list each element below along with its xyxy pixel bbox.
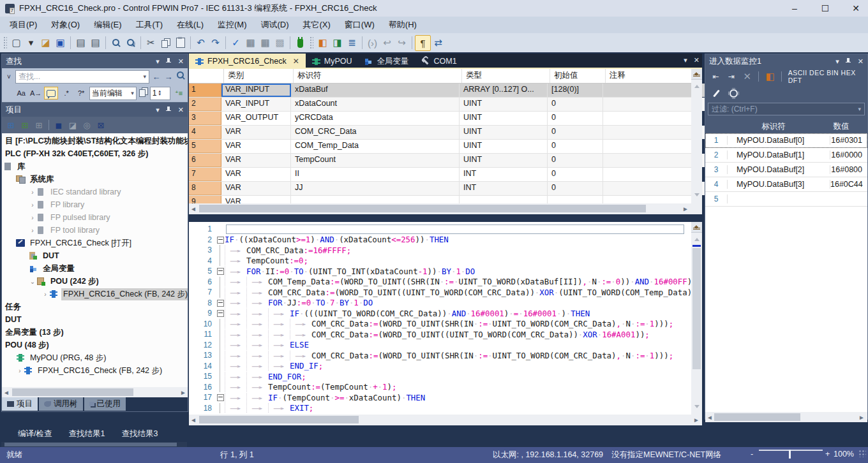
fold-collapse-icon[interactable] — [217, 300, 224, 307]
tree-item[interactable]: ›FP library — [2, 198, 188, 211]
column-header-2[interactable]: 类型 — [462, 69, 550, 83]
table-cell[interactable]: 0 — [548, 98, 603, 111]
document-tab-FPXH_CRC16_Check[interactable]: FPXH_CRC16_Check✕ — [189, 54, 306, 69]
message-tab-2[interactable]: 查找结果3 — [121, 429, 158, 439]
zoom-slider[interactable] — [759, 450, 823, 451]
editor-horizontal-scrollbar[interactable]: ◄► — [189, 415, 702, 425]
menu-item-6[interactable]: 调试(D) — [253, 17, 296, 33]
table-cell[interactable]: INT — [460, 168, 548, 181]
table-horizontal-scrollbar[interactable]: ◄► — [189, 203, 691, 214]
tree-item[interactable]: FPXH_CRC16_Check [打开] — [2, 237, 188, 249]
close-icon[interactable]: ✕ — [858, 57, 864, 66]
table-cell[interactable]: VAR — [221, 140, 291, 153]
tree-item[interactable]: MyPOU (PRG, 48 步) — [2, 351, 188, 364]
table-cell[interactable]: VAR — [221, 154, 291, 167]
minimize-button[interactable]: – — [788, 3, 802, 13]
fold-margin[interactable] — [216, 392, 225, 403]
panel-tab-调用树[interactable]: 调用树 — [39, 397, 83, 411]
toolbar-grip[interactable] — [3, 36, 7, 49]
paste-icon[interactable] — [173, 36, 188, 50]
table-cell[interactable]: ARRAY [0..127] O... — [460, 84, 548, 97]
tree-item[interactable]: ⌄POU (242 步) — [2, 275, 188, 288]
find-icon[interactable] — [108, 36, 123, 50]
table-cell[interactable]: COM_CRC_Data — [291, 126, 460, 139]
column-header-identifier[interactable]: 标识符 — [727, 121, 820, 132]
regex-dot-button[interactable]: .* — [60, 87, 73, 99]
edit-object-icon[interactable]: ◪ — [66, 119, 79, 131]
menu-item-2[interactable]: 编辑(E) — [87, 17, 128, 33]
expander-icon[interactable]: › — [29, 189, 36, 196]
table-cell[interactable]: 0 — [548, 154, 603, 167]
monitor-value[interactable]: 16#0000 — [830, 151, 867, 159]
add-dut-icon[interactable]: ⊞ — [19, 119, 31, 131]
tree-item[interactable]: DUT — [2, 249, 188, 262]
tree-item[interactable]: ›FPXH_CRC16_Check (FB, 242 步) — [2, 364, 188, 377]
monitor-identifier[interactable]: MyPOU.DataBuf[0] — [728, 136, 830, 145]
table-cell[interactable]: UINT — [460, 126, 548, 139]
new-dropdown-icon[interactable]: ▾ — [24, 36, 38, 50]
code-line[interactable]: 2IF·((xDataCount>=1)·AND·(xDataCount<=25… — [189, 235, 702, 246]
table-cell[interactable]: VAR — [221, 182, 291, 195]
table-cell[interactable]: VAR_INPUT — [221, 98, 291, 111]
menu-item-1[interactable]: 对象(O) — [44, 17, 87, 33]
print-icon[interactable]: ▤ — [88, 36, 103, 50]
column-header-0[interactable]: 类别 — [224, 69, 294, 83]
find-previous-button[interactable]: ← — [151, 72, 161, 82]
fold-margin[interactable] — [216, 382, 225, 393]
fold-margin[interactable] — [216, 277, 225, 288]
menu-item-3[interactable]: 工具(T) — [128, 17, 170, 33]
zoom-slider-thumb[interactable] — [789, 450, 791, 459]
pin-icon[interactable] — [166, 57, 172, 66]
monitor-list-icon[interactable]: ≣ — [345, 36, 359, 50]
expander-icon[interactable]: › — [29, 202, 36, 209]
delete-row-icon[interactable]: ✕ — [740, 70, 754, 84]
tree-item[interactable]: 目 [F:\PLC功能块封装\ST结构化文本编程封装功能块\ — [2, 135, 188, 147]
new-file-icon[interactable]: ▢ — [9, 36, 24, 50]
document-tab-全局变量[interactable]: 全局变量 — [358, 54, 415, 69]
print-preview-icon[interactable]: ▤ — [73, 36, 88, 50]
document-tab-COM1[interactable]: COM1 — [415, 54, 463, 69]
panel-menu-icon[interactable]: ▾ — [156, 106, 160, 114]
tree-item[interactable]: 任务 — [2, 300, 188, 313]
message-tab-0[interactable]: 编译/检查 — [18, 429, 52, 439]
code-line[interactable]: 6→→COM_Temp_Data:=(WORD_TO_UINT((SHR(IN·… — [189, 277, 702, 288]
search-count-input[interactable]: 1▲▼ — [150, 87, 170, 100]
table-cell[interactable]: UINT — [460, 112, 548, 125]
code-line[interactable]: 7→→COM_CRC_Data:=(WORD_TO_UINT((UINT_TO_… — [189, 287, 702, 298]
monitor-step-icon[interactable]: ◨ — [330, 36, 345, 50]
edit-pencil-icon[interactable] — [709, 86, 724, 101]
table-cell[interactable]: 0 — [548, 168, 603, 181]
code-line[interactable]: 16→→TempCount:=(TempCount·+·1); — [189, 382, 702, 393]
monitor-row[interactable]: 5 — [705, 192, 867, 207]
compile-all-icon[interactable]: ▦ — [258, 36, 273, 50]
resize-grip[interactable] — [858, 450, 866, 457]
code-line[interactable]: 14→→→END_IF; — [189, 361, 702, 372]
menu-item-8[interactable]: 窗口(W) — [338, 17, 382, 33]
table-cell[interactable]: UINT — [460, 140, 548, 153]
table-cell[interactable]: yCRCData — [291, 112, 460, 125]
code-line[interactable]: 15→→END_FOR; — [189, 371, 702, 382]
table-cell[interactable]: VAR — [221, 168, 291, 181]
fold-margin[interactable] — [216, 224, 225, 235]
monitor-row[interactable]: 4MyPOU.DataBuf[3]16#0C44 — [705, 177, 867, 192]
tree-item[interactable]: ›FP pulsed library — [2, 211, 188, 224]
fold-margin[interactable] — [216, 256, 225, 267]
table-cell[interactable]: JJ — [291, 182, 460, 195]
table-row[interactable]: 7VARIIINT0 — [189, 168, 702, 182]
fold-margin[interactable] — [216, 403, 225, 414]
close-icon[interactable]: ✕ — [178, 57, 184, 66]
code-line[interactable]: 11→→→→COM_CRC_Data:=(WORD_TO_UINT((UINT_… — [189, 329, 702, 340]
nav-back-icon[interactable]: ↩ — [380, 36, 394, 50]
search-go-icon[interactable] — [176, 71, 185, 82]
dropdown-arrow-icon[interactable]: ▾ — [858, 106, 861, 112]
insert-row-before-icon[interactable]: ⇤ — [709, 70, 722, 84]
fold-margin[interactable] — [216, 340, 225, 351]
close-button[interactable]: ✕ — [849, 3, 863, 13]
panel-tab-已使用[interactable]: 已使用 — [84, 397, 126, 411]
monitor-value[interactable]: 16#0C44 — [830, 180, 868, 189]
add-pou-icon[interactable]: ⊞ — [4, 119, 17, 131]
find-all-icon[interactable] — [123, 36, 138, 50]
tree-item[interactable]: POU (48 步) — [2, 339, 188, 351]
tab-close-icon[interactable]: ✕ — [293, 57, 299, 66]
open-object-icon[interactable]: ◼ — [52, 119, 65, 131]
